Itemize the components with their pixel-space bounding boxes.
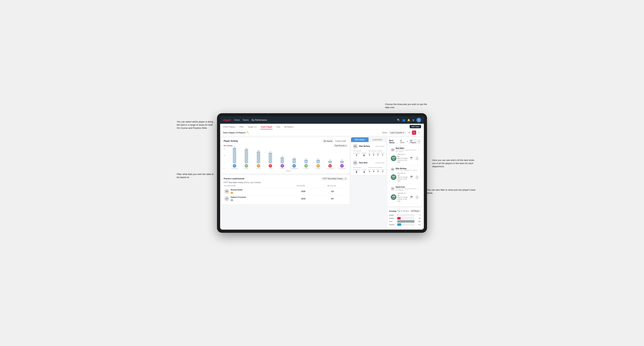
activity-toggle: On Course Practice Drills (322, 140, 348, 143)
shot-details: 200 SG Shot Dist: 67 ydsStart Lie: Rough… (391, 154, 419, 163)
player-name: Blair McHarg (359, 145, 370, 147)
least-active-tab[interactable]: Least Active (368, 137, 386, 142)
chart-filter-row: On Course Total Rounds ▾ (224, 144, 348, 147)
shot-zero-metric: 0 yds (415, 175, 419, 179)
view-icons: ⊞ ♥ ≡ (407, 131, 421, 135)
player-avatar: JC (268, 164, 272, 168)
add-team-button[interactable]: Add Team (410, 125, 421, 128)
scoring-header: Scoring Par 3, 4 & 5s ▾ All Players (389, 209, 421, 212)
scoring-bar-value: 499 (416, 220, 421, 222)
best-shots-title: Best Shots (389, 140, 399, 144)
add-icon[interactable]: ⊕ (412, 119, 414, 121)
player-avatar: LR (340, 164, 344, 168)
most-active-card: Most Active Least Active BM Blair McHarg… (351, 137, 386, 175)
list-view-btn[interactable]: ♥ (412, 131, 416, 135)
nav-my-performance[interactable]: My Performance (252, 119, 267, 121)
tab-tour[interactable]: Tour (276, 125, 280, 129)
tab-hcaps[interactable]: Hcaps 1-5 (248, 125, 257, 129)
shot-zero-metric: 0 yds (415, 195, 419, 199)
shot-player-row: MM Matt Miller 09 Jun 2023 · Royal North… (391, 147, 419, 152)
users-icon[interactable]: 👥 (402, 119, 405, 121)
team-header: Team Clippd | 14 Players ✏️ Show: Last 3… (220, 130, 424, 136)
scoring-bar-container (397, 214, 414, 216)
scoring-bar-row: Pars 499 (389, 220, 421, 223)
chart-dropdown[interactable]: Total Rounds ▾ (334, 144, 348, 147)
player-avatar: DF (391, 187, 394, 191)
shot-details: 200 SG Shot Dist: 43 ydsStart Lie: Rough… (391, 172, 419, 182)
grid-view-btn[interactable]: ⊞ (407, 131, 411, 135)
scoring-bar-container (397, 223, 414, 226)
player-avatar: BM (353, 144, 358, 149)
player-avatar: GB (292, 164, 296, 168)
shot-meta: 23 Jul 2023 · Aldridge GC, Hole 15 (396, 170, 418, 171)
shot-description: Shot Dist: 67 ydsStart Lie: RoughEnd Lie… (398, 154, 408, 163)
scoring-label: Eagles (389, 214, 396, 216)
user-avatar[interactable]: U (416, 118, 421, 122)
left-panel: Player Activity On Course Practice Drill… (222, 137, 350, 228)
active-player-item: RB Rees Britt 02 Sep 2023 Total Rounds T… (351, 159, 386, 175)
show-label: Show: Last 3 months ▾ ⊞ ♥ ≡ (382, 131, 421, 135)
chevron-right-icon: › (418, 149, 419, 151)
main-tabs: PGAT Players PGA Hcaps 1-5 Team Clippd T… (220, 124, 424, 130)
annotation-left-bottom: Filter what data you wish the table to b… (177, 173, 215, 179)
scoring-bar-container (397, 217, 414, 219)
scoring-bar-row: Eagles 3 (389, 214, 421, 216)
bar-group: 2ECE. Crossman (324, 159, 336, 169)
shot-item[interactable]: MM Matt Miller 09 Jun 2023 · Royal North… (389, 146, 421, 165)
all-shots-filter[interactable]: All Shots ▾ (400, 140, 408, 144)
player-activity-card: Player Activity On Course Practice Drill… (222, 137, 350, 174)
shot-item[interactable]: DF David Ford 24 Aug 2023 · Royal North … (389, 184, 421, 204)
tab-pga[interactable]: PGA (239, 125, 244, 129)
player-date: 02 Sep 2023 (376, 162, 384, 164)
scoring-label: Birdies (389, 217, 396, 219)
player-date: 26 Aug 2023 (376, 145, 384, 147)
shot-distance-metric: 67 yds (409, 157, 414, 160)
tab-all-players[interactable]: All Players (284, 125, 294, 129)
main-content: Player Activity On Course Practice Drill… (220, 136, 424, 230)
scoring-bars: Eagles 3 Birdies 96 Pars 499 Bogeys 114 (389, 214, 421, 226)
nav-home[interactable]: Home (234, 119, 240, 121)
scoring-par-filter[interactable]: Par 3, 4 & 5s ▾ (398, 210, 409, 212)
most-active-tab[interactable]: Most Active (351, 137, 368, 142)
shot-meta: 24 Aug 2023 · Royal North Devon GC, Hole… (396, 188, 418, 191)
active-tabs: Most Active Least Active (351, 137, 386, 142)
tab-team-clippd[interactable]: Team Clippd (260, 125, 272, 129)
player-activity-title: Player Activity (224, 140, 238, 142)
practice-drills-toggle[interactable]: Practice Drills (334, 140, 348, 143)
settings-view-btn[interactable]: ≡ (417, 131, 421, 135)
y-axis: 0 5 10 15 (224, 148, 225, 169)
player-activity-header: Player Activity On Course Practice Drill… (224, 140, 348, 143)
scoring-bar-value: 114 (416, 224, 421, 225)
bar-group: 13BMB. McHarg (229, 146, 240, 169)
scoring-bar-fill (397, 220, 414, 223)
bar-group: 5EEE. Ebert (277, 156, 288, 169)
tablet-screen: clippd Home Teams My Performance 🔍 👥 🔔 ⊕… (220, 116, 424, 230)
shot-player-row: BM Blair McHarg 23 Jul 2023 · Aldridge G… (391, 168, 419, 171)
shot-badge: 200 SG (391, 174, 396, 180)
bar-group: 3RBR. Butler (300, 158, 312, 169)
player-avatar: EE (280, 164, 284, 168)
shot-zero-metric: 0 yds (415, 156, 419, 161)
nav-teams[interactable]: Teams (242, 119, 249, 121)
player-avatar: RB (353, 161, 358, 165)
leaderboard-dropdown[interactable]: PUTT Must Make Putting ... ▾ (321, 177, 348, 180)
players-axis-label: Players (224, 170, 348, 172)
leaderboard-row[interactable]: RBRichard Butler119/20110 (224, 188, 348, 195)
all-players-filter[interactable]: All Players ▾ (409, 139, 421, 144)
time-filter-dropdown[interactable]: Last 3 months ▾ (389, 131, 406, 134)
search-icon[interactable]: 🔍 (397, 119, 400, 121)
leaderboard-title: Practice Leaderboards (224, 177, 244, 180)
leaderboard-col-headers: PLAYER NAME PB SCORE PB AVG SQ (224, 185, 348, 187)
chevron-right-icon: › (418, 187, 419, 190)
tab-pgat-players[interactable]: PGAT Players (223, 125, 236, 129)
player-avatar: MM (391, 148, 394, 152)
shot-item[interactable]: BM Blair McHarg 23 Jul 2023 · Aldridge G… (389, 166, 421, 184)
edit-icon[interactable]: ✏️ (246, 131, 249, 134)
active-stats: Total Rounds Tournament 8 Practice 4 Tot… (353, 167, 384, 173)
on-course-toggle[interactable]: On Course (322, 140, 334, 143)
leaderboard-row[interactable]: ECEdward Crossman218/20107 (224, 195, 348, 202)
bell-icon[interactable]: 🔔 (407, 119, 410, 121)
shot-description: Shot Dist: 43 ydsStart Lie: RoughEnd Lie… (398, 172, 408, 182)
scoring-player-filter[interactable]: All Players (410, 209, 421, 212)
shot-badge: 200 SG (391, 156, 396, 161)
